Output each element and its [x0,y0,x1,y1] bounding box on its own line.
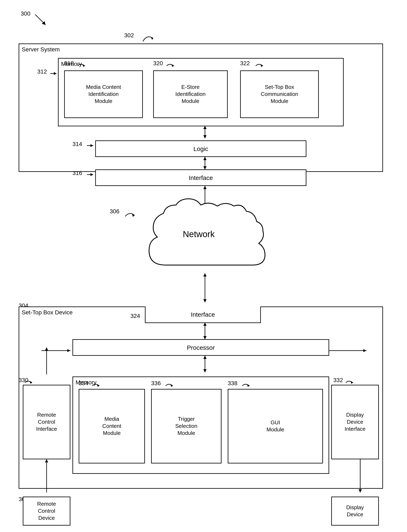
ref-312: 312 [37,68,47,75]
svg-marker-4 [54,72,56,75]
remote-control-device-box: RemoteControlDevice [23,497,70,526]
network-cloud: Network [133,195,273,273]
server-system-label: Server System [22,46,60,53]
interface-box-stb: Interface [145,307,261,323]
module-gui: GUIModule [228,389,323,463]
svg-marker-48 [359,489,362,492]
svg-marker-17 [90,173,93,176]
module-estore-id: E-StoreIdentificationModule [153,71,228,118]
module-trigger-selection: TriggerSelectionModule [151,389,221,463]
ref-320: 320 [153,60,163,67]
svg-marker-46 [45,348,48,351]
svg-text:Network: Network [183,229,215,239]
ref-336: 336 [151,380,161,387]
module-media-content-stb: MediaContentModule [79,389,145,463]
svg-marker-35 [363,349,367,352]
svg-marker-14 [203,157,207,160]
svg-marker-29 [203,323,207,326]
ref-318: 318 [64,60,74,67]
svg-marker-25 [203,299,207,302]
ref-316: 316 [72,170,82,176]
ref-324: 324 [130,313,140,319]
stb-label: Set-Top Box Device [22,309,73,316]
svg-marker-15 [203,166,207,169]
svg-marker-10 [203,135,207,138]
diagram: 300 302 Server System Memory 312 318 Med… [0,0,407,532]
ref-322: 322 [240,60,250,67]
logic-box: Logic [95,140,306,157]
processor-box: Processor [72,339,329,356]
ref-338: 338 [228,380,237,387]
ref-334: 334 [79,380,88,387]
ref-302: 302 [124,32,134,39]
module-media-content-id: Media ContentIdentificationModule [64,71,143,118]
svg-marker-30 [203,336,207,339]
ref-332: 332 [333,377,343,383]
display-device-box: DisplayDevice [331,497,379,526]
ref-306: 306 [110,208,119,215]
svg-marker-50 [45,459,48,462]
svg-marker-19 [203,186,207,189]
svg-marker-37 [203,356,207,359]
svg-marker-12 [90,144,93,147]
interface-box-server: Interface [95,169,306,186]
remote-control-interface-box: RemoteControlInterface [23,385,70,459]
display-device-interface-box: DisplayDeviceInterface [331,385,379,459]
fig-number-label: 300 [21,10,31,17]
svg-marker-24 [203,273,207,277]
svg-marker-9 [203,126,207,129]
svg-marker-38 [203,369,207,372]
ref-314: 314 [72,141,82,147]
module-stb-comm: Set-Top BoxCommunicationModule [240,71,319,118]
